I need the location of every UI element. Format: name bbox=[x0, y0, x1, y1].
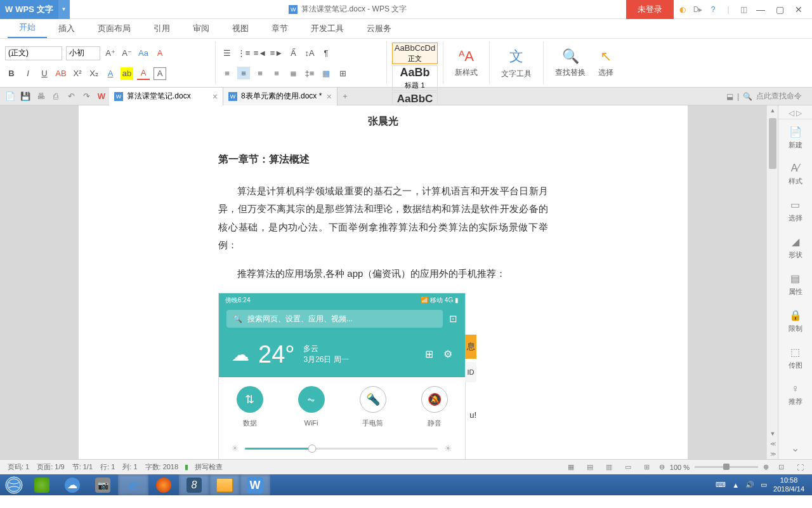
menu-page-layout[interactable]: 页面布局 bbox=[86, 19, 142, 38]
indent-left-icon[interactable]: ≡◄ bbox=[254, 46, 266, 59]
style-body[interactable]: AaBbCcDd 正文 bbox=[392, 43, 438, 64]
font-name-select[interactable] bbox=[5, 46, 62, 60]
char-border-icon[interactable]: A bbox=[154, 67, 166, 80]
print-icon[interactable]: 🖶 bbox=[33, 89, 48, 104]
highlight-icon[interactable]: ab bbox=[121, 67, 133, 80]
menu-chapter[interactable]: 章节 bbox=[260, 19, 299, 38]
tray-keyboard-icon[interactable]: ⌨ bbox=[716, 481, 726, 489]
increase-font-icon[interactable]: A⁺ bbox=[104, 47, 117, 60]
select-button[interactable]: ↖ 选择 bbox=[592, 43, 620, 83]
status-col[interactable]: 列: 1 bbox=[120, 462, 140, 472]
panel-new[interactable]: 📄新建 bbox=[778, 119, 812, 156]
login-button[interactable]: 未登录 bbox=[626, 0, 674, 19]
tray-flag-icon[interactable]: ▭ bbox=[761, 481, 767, 489]
menu-insert[interactable]: 插入 bbox=[47, 19, 86, 38]
status-spell[interactable]: 拼写检查 bbox=[192, 462, 225, 472]
panel-props[interactable]: ▤属性 bbox=[778, 266, 812, 303]
menu-cloud[interactable]: 云服务 bbox=[355, 19, 403, 38]
status-line[interactable]: 行: 1 bbox=[98, 462, 117, 472]
superscript-icon[interactable]: X² bbox=[71, 67, 84, 80]
subscript-icon[interactable]: X₂ bbox=[88, 67, 100, 80]
view-outline-icon[interactable]: ▤ bbox=[583, 462, 597, 473]
italic-icon[interactable]: I bbox=[22, 67, 34, 80]
view-print-icon[interactable]: ▦ bbox=[564, 462, 578, 473]
panel-style[interactable]: A⁄样式 bbox=[778, 156, 812, 192]
save-icon[interactable]: 💾 bbox=[18, 89, 33, 104]
change-case-icon[interactable]: Aa bbox=[137, 47, 150, 60]
app-menu-dropdown[interactable]: ▼ bbox=[58, 0, 70, 19]
text-color-icon[interactable]: A bbox=[137, 67, 150, 80]
phonetic-icon[interactable]: A̋ bbox=[287, 46, 299, 59]
panel-select[interactable]: ▭选择 bbox=[778, 192, 812, 229]
status-page[interactable]: 页面: 1/9 bbox=[34, 462, 67, 472]
panel-shape[interactable]: ◢形状 bbox=[778, 229, 812, 266]
task-app-3[interactable]: 📷 bbox=[88, 474, 118, 495]
style-title1[interactable]: AaBb 标题 1 bbox=[392, 65, 438, 91]
shading-icon[interactable]: ▦ bbox=[320, 67, 332, 79]
view-focus-icon[interactable]: ⊞ bbox=[640, 462, 654, 473]
command-search[interactable]: 点此查找命令 bbox=[756, 91, 802, 102]
task-wps[interactable]: W bbox=[240, 474, 270, 495]
zoom-in-icon[interactable]: ⊕ bbox=[763, 463, 769, 471]
panel-upload[interactable]: ⬚传图 bbox=[778, 340, 812, 377]
task-app-1[interactable] bbox=[27, 474, 57, 495]
numbering-icon[interactable]: ⋮≡ bbox=[237, 46, 250, 59]
align-right-icon[interactable]: ≡ bbox=[254, 67, 266, 79]
document-page[interactable]: 张晨光 第一章节：算法概述 算法是计算机科学领域最重要的基石之一，计算机语言和开… bbox=[79, 105, 688, 459]
task-ie[interactable]: e bbox=[118, 474, 148, 495]
menu-view[interactable]: 视图 bbox=[221, 19, 260, 38]
underline-icon[interactable]: U bbox=[38, 67, 51, 80]
sort-icon[interactable]: ↕A bbox=[303, 46, 316, 59]
menu-references[interactable]: 引用 bbox=[142, 19, 181, 38]
border-icon[interactable]: ⊞ bbox=[336, 67, 349, 79]
font-color-icon[interactable]: A bbox=[104, 67, 117, 80]
scroll-down-icon[interactable]: ▼ bbox=[767, 429, 778, 439]
fit-icon[interactable]: ⊡ bbox=[774, 462, 788, 473]
new-style-button[interactable]: ᴬA 新样式 bbox=[449, 43, 484, 83]
find-replace-button[interactable]: 🔍 查找替换 bbox=[549, 43, 592, 83]
line-spacing-icon[interactable]: ‡≡ bbox=[303, 67, 316, 79]
preview-icon[interactable]: ⎙ bbox=[48, 89, 63, 104]
wps-home-icon[interactable]: W bbox=[94, 89, 109, 104]
zoom-out-icon[interactable]: ⊖ bbox=[659, 463, 665, 471]
font-size-select[interactable] bbox=[66, 46, 100, 60]
panel-recommend[interactable]: ♀推荐 bbox=[778, 377, 812, 413]
doc-tab-1[interactable]: W 算法课堂笔记.docx × bbox=[109, 88, 223, 105]
docer-icon[interactable]: ⬓ bbox=[726, 92, 733, 101]
sync-icon[interactable]: ◐ bbox=[676, 3, 689, 16]
start-button[interactable] bbox=[1, 474, 27, 495]
view-read-icon[interactable]: ▭ bbox=[621, 462, 635, 473]
close-tab-icon[interactable]: × bbox=[327, 91, 332, 102]
task-explorer[interactable] bbox=[209, 474, 240, 495]
align-center-icon[interactable]: ≡ bbox=[237, 67, 250, 79]
align-left-icon[interactable]: ≡ bbox=[221, 67, 233, 79]
distribute-icon[interactable]: ≣ bbox=[287, 67, 299, 79]
help-icon[interactable]: ? bbox=[707, 3, 719, 16]
task-firefox[interactable] bbox=[148, 474, 179, 495]
task-app-4[interactable]: 8 bbox=[179, 474, 209, 495]
tray-clock[interactable]: 10:58 2018/4/14 bbox=[773, 476, 804, 493]
doc-tab-2[interactable]: W 8表单元素的使用.docx * × bbox=[223, 88, 337, 105]
menu-review[interactable]: 审阅 bbox=[181, 19, 221, 38]
status-words[interactable]: 字数: 2018 bbox=[143, 462, 181, 472]
decrease-font-icon[interactable]: A⁻ bbox=[121, 47, 133, 60]
show-marks-icon[interactable]: ¶ bbox=[320, 46, 332, 59]
scroll-thumb[interactable] bbox=[769, 118, 776, 169]
fullscreen-icon[interactable]: ⛶ bbox=[793, 462, 807, 473]
scroll-up-icon[interactable]: ▲ bbox=[767, 105, 778, 116]
tray-volume-icon[interactable]: 🔊 bbox=[745, 481, 754, 489]
clear-format-icon[interactable]: A bbox=[154, 47, 166, 60]
strikethrough-icon[interactable]: AB bbox=[55, 67, 67, 80]
menu-dev-tools[interactable]: 开发工具 bbox=[299, 19, 355, 38]
add-tab-icon[interactable]: + bbox=[337, 89, 353, 104]
skin-icon[interactable]: D▸ bbox=[691, 3, 704, 16]
bold-icon[interactable]: B bbox=[5, 67, 18, 80]
bullets-icon[interactable]: ☰ bbox=[221, 46, 233, 59]
zoom-slider[interactable] bbox=[695, 466, 758, 468]
view-web-icon[interactable]: ▥ bbox=[602, 462, 616, 473]
close-tab-icon[interactable]: × bbox=[213, 91, 218, 102]
panel-more-icon[interactable]: ⌄ bbox=[786, 437, 804, 459]
panel-collapse-icon[interactable]: ◁ ▷ bbox=[778, 107, 812, 119]
status-section[interactable]: 节: 1/1 bbox=[70, 462, 95, 472]
text-tools-button[interactable]: 文 文字工具 bbox=[495, 43, 538, 83]
